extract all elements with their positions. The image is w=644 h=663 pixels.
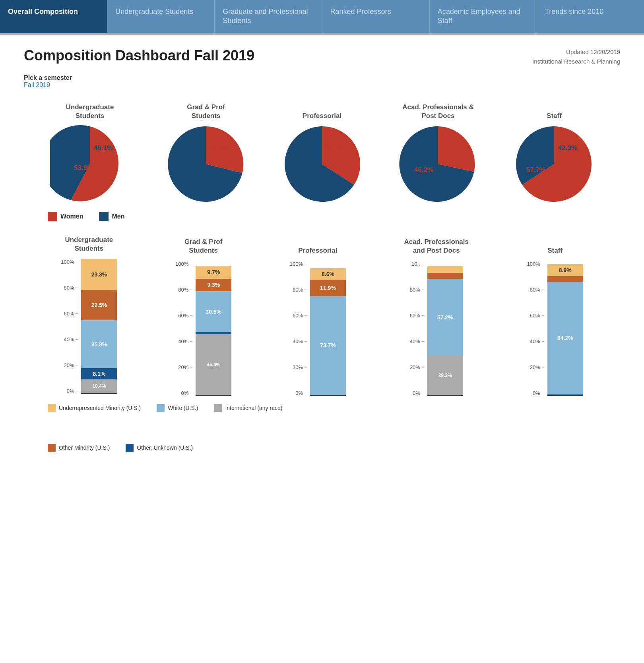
bar-acad-prof: Acad. Professionalsand Post Docs 10.. 80… xyxy=(404,235,469,396)
bar-seg-urm xyxy=(427,266,463,273)
bar-acad-stack: 29.3% 57.2% xyxy=(427,261,463,396)
bar-seg-intl: 10.4% xyxy=(81,379,117,393)
y-axis-staff: 100% 80% 60% 40% 20% 0% xyxy=(527,261,547,396)
header-row: Composition Dashboard Fall 2019 Updated … xyxy=(24,47,620,66)
bar-seg-urm: 9.7% xyxy=(196,266,231,279)
bar-undergraduate-stack: 10.4% 8.1% 35.8% 22.5% 23.3% xyxy=(81,259,117,394)
legend-men: Men xyxy=(99,212,124,221)
bar-seg-urm: 8.6% xyxy=(310,268,346,280)
bar-legend-other-min: Other Minority (U.S.) xyxy=(48,444,110,452)
pie-undergraduate-title: UndergraduateStudents xyxy=(66,101,114,120)
pie-acad-prof-title: Acad. Professionals &Post Docs xyxy=(402,101,474,120)
bar-legend: Underrepresented Minority (U.S.) White (… xyxy=(24,404,620,452)
bar-seg-white: 30.5% xyxy=(196,291,231,332)
bar-seg-intl: 29.3% xyxy=(427,356,463,395)
bar-seg-other-min: 11.9% xyxy=(310,280,346,296)
bar-seg-other-min: 9.3% xyxy=(196,279,231,291)
bar-seg-other-min xyxy=(547,276,583,281)
tab-undergraduate[interactable]: Undergraduate Students xyxy=(107,0,215,33)
svg-text:34.1%: 34.1% xyxy=(324,143,343,151)
bar-legend-other-unknown: Other, Unknown (U.S.) xyxy=(126,444,193,452)
nav-tabs: Overall Composition Undergraduate Studen… xyxy=(0,0,644,33)
bar-legend-white-color xyxy=(157,404,165,412)
pie-staff: Staff 57.7% 42.3% xyxy=(514,101,594,204)
update-info: Updated 12/20/2019 Institutional Researc… xyxy=(532,47,620,66)
bar-seg-white: 57.2% xyxy=(427,279,463,356)
bar-legend-intl-color xyxy=(214,404,222,412)
pie-undergraduate: UndergraduateStudents 53.9% 46.1% xyxy=(50,101,130,204)
main-content: Composition Dashboard Fall 2019 Updated … xyxy=(0,35,644,464)
legend-women: Women xyxy=(48,212,83,221)
svg-text:65.9%: 65.9% xyxy=(320,174,339,182)
bar-staff-stack: 84.2% 8.9% xyxy=(547,261,583,396)
y-axis-acad: 10.. 80% 60% 40% 20% 0% xyxy=(410,261,427,396)
tab-trends[interactable]: Trends since 2010 xyxy=(537,0,644,33)
bar-seg-intl xyxy=(310,395,346,395)
pie-charts-section: UndergraduateStudents 53.9% 46.1% Grad &… xyxy=(24,101,620,204)
semester-section: Pick a semester Fall 2019 xyxy=(24,74,620,89)
bar-professorial: Professorial 100% 80% 60% 40% 20% 0% 73.… xyxy=(290,235,346,396)
bar-charts-section: UndergraduateStudents 100% 80% 60% 40% 2… xyxy=(24,233,620,396)
bar-seg-other-min xyxy=(427,273,463,279)
bar-prof-stack: 73.7% 11.9% 8.6% xyxy=(310,261,346,396)
tab-graduate-professional[interactable]: Graduate and Professional Students xyxy=(215,0,322,33)
pie-acad-prof: Acad. Professionals &Post Docs 46.2% 53.… xyxy=(398,101,478,204)
bar-legend-intl: International (any race) xyxy=(214,404,282,412)
bar-seg-urm: 23.3% xyxy=(81,259,117,290)
bar-seg-urm: 8.9% xyxy=(547,264,583,276)
bar-seg-other-unknown xyxy=(547,394,583,395)
legend-men-color xyxy=(99,212,109,221)
bar-seg-white: 73.7% xyxy=(310,296,346,395)
svg-text:42.3%: 42.3% xyxy=(558,144,577,152)
svg-text:53.8%: 53.8% xyxy=(442,170,461,178)
bar-legend-other-unknown-color xyxy=(126,444,134,452)
tab-academic-employees[interactable]: Academic Employees and Staff xyxy=(430,0,537,33)
pie-legend: Women Men xyxy=(48,212,620,221)
pie-professorial-title: Professorial xyxy=(303,101,341,120)
pie-grad-prof-title: Grad & ProfStudents xyxy=(187,101,225,120)
semester-label: Pick a semester xyxy=(24,74,620,81)
tab-ranked-professors[interactable]: Ranked Professors xyxy=(322,0,430,33)
svg-text:53.2%: 53.2% xyxy=(209,170,228,178)
svg-text:57.7%: 57.7% xyxy=(526,166,545,174)
legend-women-color xyxy=(48,212,57,221)
bar-seg-white: 84.2% xyxy=(547,282,583,395)
bar-seg-other-min: 22.5% xyxy=(81,290,117,320)
tab-overall-composition[interactable]: Overall Composition xyxy=(0,0,107,33)
bar-legend-urm: Underrepresented Minority (U.S.) xyxy=(48,404,141,412)
pie-staff-title: Staff xyxy=(547,101,562,120)
bar-seg-intl: 45.4% xyxy=(196,334,231,395)
bar-seg-white: 35.8% xyxy=(81,320,117,368)
semester-value[interactable]: Fall 2019 xyxy=(24,81,620,89)
svg-text:46.2%: 46.2% xyxy=(414,166,433,174)
y-axis-prof: 100% 80% 60% 40% 20% 0% xyxy=(290,261,310,396)
svg-text:53.9%: 53.9% xyxy=(74,164,93,172)
pie-professorial: Professorial 34.1% 65.9% xyxy=(282,101,362,204)
bar-staff: Staff 100% 80% 60% 40% 20% 0% 84.2% 8.9% xyxy=(527,235,583,396)
bar-legend-other-min-color xyxy=(48,444,56,452)
bar-undergraduate: UndergraduateStudents 100% 80% 60% 40% 2… xyxy=(61,233,117,396)
svg-text:46.1%: 46.1% xyxy=(94,144,113,152)
bar-seg-other-unknown: 8.1% xyxy=(81,368,117,379)
pie-grad-prof: Grad & ProfStudents 46.8% 53.2% xyxy=(166,101,246,204)
dashboard-title: Composition Dashboard Fall 2019 xyxy=(24,47,254,64)
y-axis-undergraduate: 100% 80% 60% 40% 20% 0% xyxy=(61,259,81,394)
bar-legend-urm-color xyxy=(48,404,56,412)
bar-grad-prof: Grad & ProfStudents 100% 80% 60% 40% 20%… xyxy=(175,235,231,396)
bar-grad-stack: 45.4% 30.5% 9.3% 9.7% xyxy=(196,261,231,396)
bar-legend-white: White (U.S.) xyxy=(157,404,198,412)
svg-text:46.8%: 46.8% xyxy=(209,144,228,152)
y-axis-grad: 100% 80% 60% 40% 20% 0% xyxy=(175,261,196,396)
